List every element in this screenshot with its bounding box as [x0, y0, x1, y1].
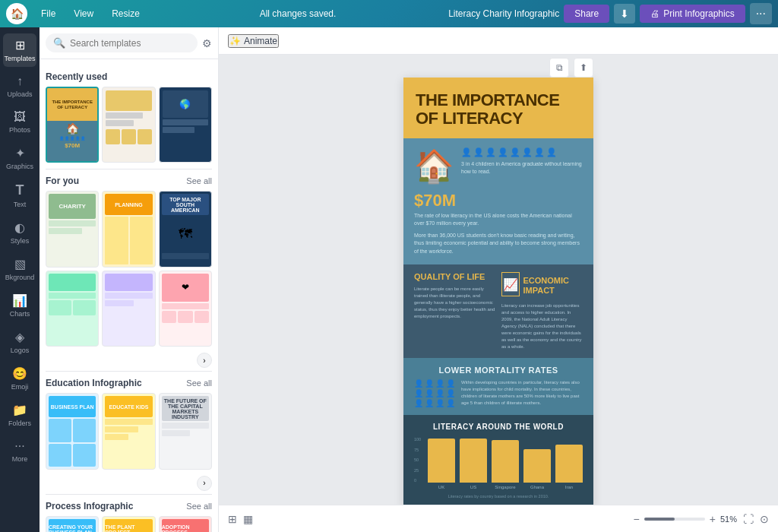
tool-charts[interactable]: 📊 Charts	[3, 289, 36, 322]
top-navigation: 🏠 File View Resize All changes saved. Li…	[0, 0, 778, 27]
education-see-all[interactable]: See all	[186, 378, 212, 388]
graphics-icon: ✦	[15, 146, 25, 160]
zoom-control: − + 51%	[634, 513, 737, 525]
stat-big-value: $70M	[414, 191, 583, 211]
template-thumb-3[interactable]: 🌎	[159, 87, 212, 163]
file-menu[interactable]: File	[33, 5, 63, 22]
logos-icon: ◈	[15, 330, 24, 344]
template-thumb-literacy[interactable]: THE IMPORTANCE OF LITERACY 🏠 👤👤👤👤👤 $70M	[46, 87, 99, 163]
tool-label: Logos	[11, 347, 30, 354]
tool-more[interactable]: ··· More	[3, 435, 36, 467]
quality-description: Literate people can be more easily train…	[414, 286, 495, 320]
zoom-fill	[644, 518, 675, 521]
template-process-1[interactable]: CREATING YOUR BUSINESS PLAN	[46, 516, 99, 532]
help-icon[interactable]: ⊙	[760, 513, 769, 525]
template-for-you-1[interactable]: CHARITY	[46, 191, 99, 267]
tool-styles[interactable]: ◐ Styles	[3, 216, 36, 249]
share-button[interactable]: Share	[564, 5, 609, 23]
person-icon: 👤	[425, 389, 434, 397]
infographic-canvas[interactable]: THE IMPORTANCE OF LITERACY 🏠 👤 👤	[403, 78, 593, 505]
zoom-slider[interactable]	[644, 518, 705, 521]
canvas-scroll: ⧉ ⬆ THE IMPORTANCE OF LITERACY	[219, 55, 778, 505]
tool-folders[interactable]: 📁 Folders	[3, 398, 36, 432]
bottom-left: ⊞ ▦	[228, 513, 253, 525]
tool-sidebar: ⊞ Templates ↑ Uploads 🖼 Photos ✦ Graphic…	[0, 27, 40, 532]
print-button[interactable]: 🖨 Print Infographics	[640, 5, 745, 23]
template-for-you-6[interactable]: ❤	[159, 271, 212, 347]
next-page-button[interactable]: ›	[197, 353, 212, 368]
fullscreen-icon[interactable]: ⛶	[743, 513, 754, 525]
person-icon: 👤	[435, 379, 444, 388]
canvas-page: ⧉ ⬆ THE IMPORTANCE OF LITERACY	[403, 78, 593, 482]
search-bar: 🔍 ⚙	[40, 27, 218, 59]
text-icon: T	[16, 182, 24, 198]
stat-description: The rate of low literacy in the US alone…	[414, 212, 583, 227]
bar-singapore	[492, 440, 519, 483]
people-stats: 👤 👤 👤 👤 👤 👤 👤 👤 3 in 4 children i	[461, 147, 583, 176]
tool-uploads[interactable]: ↑ Uploads	[3, 70, 36, 103]
mortality-title: LOWER MORTALITY RATES	[414, 366, 583, 375]
template-for-you-3[interactable]: TOP MAJOR SOUTH AMERICAN 🗺	[159, 191, 212, 267]
template-edu-3[interactable]: THE FUTURE OF THE CAPITAL MARKETS INDUST…	[159, 393, 212, 469]
process-see-all[interactable]: See all	[186, 502, 212, 511]
resize-menu[interactable]: Resize	[104, 5, 147, 22]
sparkle-icon: ✨	[229, 36, 241, 46]
filter-button[interactable]: ⚙	[202, 37, 212, 49]
x-label-uk: UK	[428, 485, 455, 489]
tool-label: More	[12, 455, 28, 463]
tool-label: Styles	[11, 237, 30, 245]
templates-panel: 🔍 ⚙ Recently used THE IMPORTANCE OF LITE…	[40, 27, 219, 532]
infographic-header: THE IMPORTANCE OF LITERACY	[403, 78, 593, 138]
zoom-out-icon[interactable]: −	[634, 513, 640, 525]
templates-icon: ⊞	[15, 38, 25, 52]
more-button[interactable]: ···	[750, 3, 772, 24]
edu-next-button[interactable]: ›	[197, 476, 212, 491]
tool-emoji[interactable]: 😊 Emoji	[3, 362, 36, 395]
download-button[interactable]: ⬇	[614, 4, 635, 24]
grid-view-icon[interactable]: ⊞	[228, 513, 237, 525]
search-input[interactable]	[70, 38, 190, 49]
y-label-100: 100	[414, 437, 421, 442]
tool-photos[interactable]: 🖼 Photos	[3, 106, 36, 138]
person-icon: 👤	[446, 389, 455, 397]
templates-scroll: Recently used THE IMPORTANCE OF LITERACY…	[40, 59, 218, 532]
template-for-you-2[interactable]: PLANNING	[102, 191, 155, 267]
tool-background[interactable]: ▧ Bkground	[3, 252, 36, 286]
template-process-2[interactable]: THE PLANT PROJECT 🌱	[102, 516, 155, 532]
template-for-you-5[interactable]	[102, 271, 155, 347]
template-process-3[interactable]: ADOPTION PROCESS 🐾	[159, 516, 212, 532]
education-header: Education Infographic See all	[46, 378, 212, 388]
zoom-in-icon[interactable]: +	[710, 513, 716, 525]
bottom-right: − + 51% ⛶ ⊙	[634, 513, 769, 525]
tool-templates[interactable]: ⊞ Templates	[3, 33, 36, 67]
quality-title: QUALITY OF LIFE	[414, 272, 495, 282]
folders-icon: 📁	[12, 403, 27, 417]
nav-actions: Literacy Charity Infographic Share ⬇ 🖨 P…	[448, 3, 772, 24]
people-grid: 👤 👤 👤 👤 👤 👤 👤 👤 👤 👤 👤	[414, 379, 455, 407]
search-input-wrap[interactable]: 🔍	[46, 33, 198, 52]
tool-graphics[interactable]: ✦ Graphics	[3, 141, 36, 175]
tool-label: Templates	[4, 55, 35, 62]
template-for-you-4[interactable]	[46, 271, 99, 347]
view-menu[interactable]: View	[66, 5, 101, 22]
tool-label: Text	[14, 201, 27, 208]
economic-icon: 📈	[501, 272, 520, 296]
copy-button[interactable]: ⧉	[549, 58, 569, 78]
recently-used-header: Recently used	[46, 71, 212, 82]
for-you-see-all[interactable]: See all	[186, 176, 212, 185]
film-strip-icon[interactable]: ▦	[243, 513, 253, 525]
template-thumb-2[interactable]	[102, 87, 155, 163]
template-edu-1[interactable]: BUSINESS PLAN	[46, 393, 99, 469]
zoom-percentage: 51%	[720, 515, 737, 524]
template-edu-2[interactable]: EDUCATE KIDS	[102, 393, 155, 469]
person-icon: 👤	[435, 399, 444, 407]
bar-ghana	[523, 449, 551, 483]
tool-text[interactable]: T Text	[3, 178, 36, 213]
bar-us	[460, 439, 487, 483]
share-icon-button[interactable]: ⬆	[574, 58, 593, 78]
tool-label: Folders	[8, 420, 31, 427]
animate-button[interactable]: ✨ Animate	[228, 34, 279, 48]
home-button[interactable]: 🏠	[6, 3, 27, 24]
for-you-header: For you See all	[46, 176, 212, 186]
tool-logos[interactable]: ◈ Logos	[3, 325, 36, 359]
